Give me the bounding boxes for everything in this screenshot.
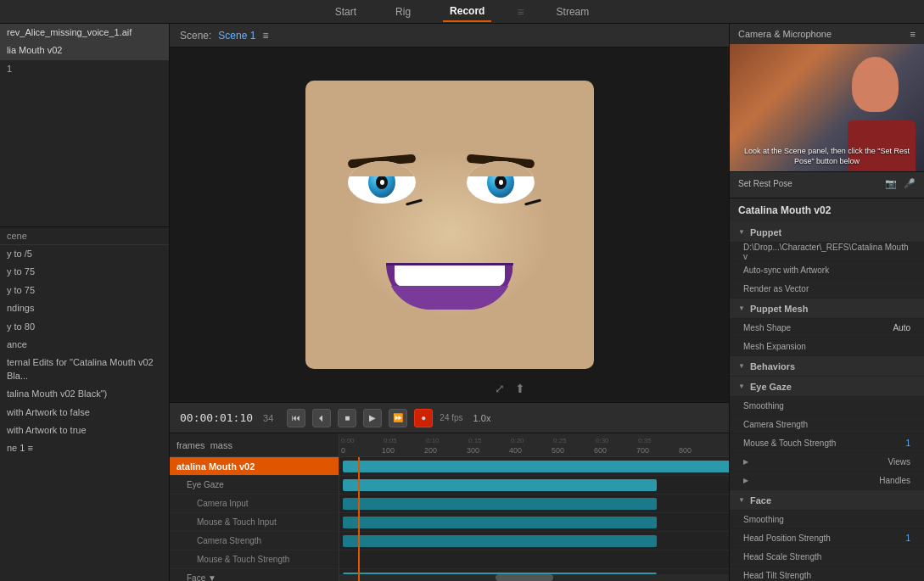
track-main[interactable]: atalina Mouth v02 xyxy=(170,457,339,476)
person-head xyxy=(852,57,899,112)
track-row-eye-camera xyxy=(339,476,729,494)
camera-feed: Look at the Scene panel, then click the … xyxy=(730,44,924,171)
puppet-collapse-icon: ▼ xyxy=(738,228,745,236)
render-vector-label: Render as Vector xyxy=(743,284,809,293)
canvas-area: ⤢ ⬆ xyxy=(170,47,729,402)
top-nav: Start Rig Record ≡ Stream xyxy=(0,0,924,24)
auto-sync-label: Auto-sync with Artwork xyxy=(743,265,829,275)
playback-bar: 00:00:01:10 34 ⏮ ⏴ ■ ▶ ⏩ ● 24 fps 1.0x xyxy=(170,402,729,433)
handles-row[interactable]: ▶ Handles xyxy=(730,472,924,490)
go-start-button[interactable]: ⏮ xyxy=(287,409,305,427)
track-face[interactable]: Face ▼ xyxy=(170,569,339,581)
play-button[interactable]: ▶ xyxy=(363,409,382,427)
microphone-icon[interactable]: 🎤 xyxy=(904,178,916,189)
scene-menu-icon[interactable]: ≡ xyxy=(262,30,268,42)
left-top-panel: rev_Alice_missing_voice_1.aif lia Mouth … xyxy=(0,24,169,227)
mesh-expansion-label: Mesh Expansion xyxy=(743,342,806,351)
track-mouse-touch-1[interactable]: Mouse & Touch Input xyxy=(170,513,339,532)
camera-icon[interactable]: 📷 xyxy=(885,178,897,189)
eye-smoothing-row: Smoothing xyxy=(730,397,924,416)
mouth-teeth xyxy=(395,265,505,287)
mesh-expansion-row: Mesh Expansion xyxy=(730,338,924,356)
puppet-mesh-label: Puppet Mesh xyxy=(750,304,808,314)
cam-strength-bar xyxy=(343,517,657,528)
stop-button[interactable]: ■ xyxy=(338,409,356,427)
camera-header: Camera & Microphone ≡ xyxy=(730,24,924,44)
track-mouse-strength[interactable]: Mouse & Touch Strength xyxy=(170,550,339,569)
track-row-mouse-touch-1 xyxy=(339,494,729,513)
fit-icon[interactable]: ⤢ xyxy=(495,382,505,395)
ruler-sub-025: 0:25 xyxy=(553,437,567,444)
puppet-name-item[interactable]: lia Mouth v02 xyxy=(0,42,169,59)
step-back-button[interactable]: ⏴ xyxy=(312,409,331,427)
fps-label: 24 fps xyxy=(440,413,462,422)
head-position-row: Head Position Strength 1 xyxy=(730,529,924,548)
ruler-600: 600 xyxy=(594,446,607,455)
expand-icon[interactable]: ⬆ xyxy=(515,382,525,395)
nav-rig[interactable]: Rig xyxy=(389,3,417,21)
ruler-sub-035: 0:35 xyxy=(638,437,652,444)
nav-start[interactable]: Start xyxy=(328,3,363,21)
right-panel: Camera & Microphone ≡ Look at the Scene … xyxy=(729,24,924,581)
behaviors-section-header[interactable]: ▼ Behaviors xyxy=(730,356,924,377)
record-button[interactable]: ● xyxy=(414,409,433,427)
right-eye xyxy=(467,157,535,204)
head-tilt-label: Head Tilt Strength xyxy=(743,571,811,580)
log-item-7: talina Mouth v02 Black") xyxy=(0,385,169,403)
scrollbar-thumb[interactable] xyxy=(496,574,554,581)
face-section-label: Face xyxy=(750,495,771,506)
timeline-header: frames mass xyxy=(170,433,339,457)
views-expand-icon: ▶ xyxy=(743,458,748,466)
ruler-sub-020: 0:20 xyxy=(511,437,524,444)
mesh-shape-label: Mesh Shape xyxy=(743,323,791,332)
mouth-lower-lip xyxy=(386,286,513,310)
track-row-mouse-strength xyxy=(339,532,729,550)
eye-gaze-section-header[interactable]: ▼ Eye Gaze xyxy=(730,377,924,397)
timeline-area: frames mass atalina Mouth v02 Eye Gaze C… xyxy=(170,433,729,581)
camera-menu-icon[interactable]: ≡ xyxy=(910,29,916,39)
ruler-500: 500 xyxy=(552,446,564,455)
mouse-touch-strength-value: 1 xyxy=(905,439,910,448)
camera-strength-label: Camera Strength xyxy=(743,420,808,429)
puppet-number-item: 1 xyxy=(0,60,169,78)
views-row[interactable]: ▶ Views xyxy=(730,453,924,472)
mouth-container xyxy=(386,263,513,310)
head-tilt-row: Head Tilt Strength xyxy=(730,567,924,581)
nav-stream[interactable]: Stream xyxy=(550,3,596,21)
face-collapse-icon: ▼ xyxy=(738,496,745,504)
tracks-area xyxy=(339,457,729,581)
puppet-file-row: D:\Drop...\Character\_REFS\Catalina Mout… xyxy=(730,243,924,261)
playhead[interactable] xyxy=(358,457,360,581)
puppet-mesh-section-header[interactable]: ▼ Puppet Mesh xyxy=(730,299,924,319)
face-section-header[interactable]: ▼ Face xyxy=(730,490,924,511)
left-highlight xyxy=(380,180,384,185)
audio-file-label: rev_Alice_missing_voice_1.aif xyxy=(7,27,132,37)
track-camera-strength[interactable]: Camera Strength xyxy=(170,532,339,550)
ruler: 0 100 200 300 400 500 600 700 800 0:00 0… xyxy=(339,433,729,457)
face-smoothing-label: Smoothing xyxy=(743,515,784,524)
track-camera-input-1[interactable]: Camera Input xyxy=(170,494,339,513)
nav-separator: ≡ xyxy=(517,5,524,19)
audio-file-item[interactable]: rev_Alice_missing_voice_1.aif xyxy=(0,24,169,42)
timeline-scrollbar[interactable] xyxy=(339,574,729,581)
left-panel: rev_Alice_missing_voice_1.aif lia Mouth … xyxy=(0,24,170,581)
mouse-touch-strength-row: Mouse & Touch Strength 1 xyxy=(730,434,924,453)
puppet-name-row: Catalina Mouth v02 xyxy=(730,198,924,222)
log-item-5: ance xyxy=(0,336,169,354)
mouth-outer xyxy=(386,263,513,310)
mesh-shape-value: Auto xyxy=(893,323,910,332)
head-scale-label: Head Scale Strength xyxy=(743,552,821,561)
scene-name[interactable]: Scene 1 xyxy=(218,30,255,42)
set-rest-pose-button[interactable]: Set Rest Pose xyxy=(738,179,792,188)
behaviors-collapse-icon: ▼ xyxy=(738,362,745,370)
track-row-cam-strength xyxy=(339,513,729,532)
puppet-section-header[interactable]: ▼ Puppet xyxy=(730,222,924,243)
track-eye-gaze[interactable]: Eye Gaze xyxy=(170,476,339,494)
step-fwd-button[interactable]: ⏩ xyxy=(389,409,407,427)
ruler-sub-015: 0:15 xyxy=(468,437,482,444)
nav-record[interactable]: Record xyxy=(443,2,491,22)
ruler-300: 300 xyxy=(467,446,479,455)
right-eye-white xyxy=(467,161,535,204)
ruler-0: 0 xyxy=(341,446,345,455)
scene-label: Scene: xyxy=(180,30,211,42)
